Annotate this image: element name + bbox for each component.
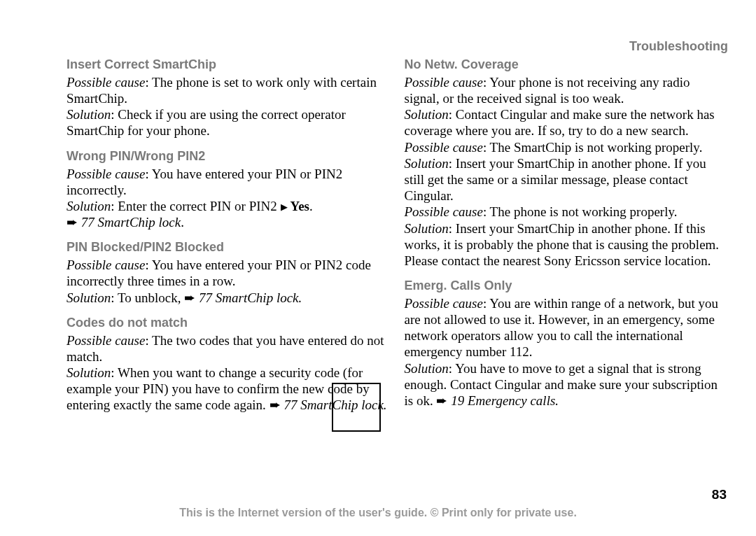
solution-text: : Enter the correct PIN or PIN2 [111,199,280,213]
arrow-icon: ➨ [270,398,281,411]
solution-label: Solution [66,199,111,213]
cause-label: Possible cause [405,204,483,219]
triangle-icon: ▶ [281,202,288,213]
paragraph: Possible cause: The SmartChip is not wor… [405,139,729,155]
solution-label: Solution [405,221,449,236]
solution-label: Solution [66,365,111,380]
paragraph: Possible cause: The phone is not working… [405,204,729,220]
section-title: Codes do not match [66,316,391,331]
section-title: PIN Blocked/PIN2 Blocked [66,240,391,255]
paragraph: Solution: Contact Cingular and make sure… [405,106,729,139]
paragraph: Possible cause: You have entered your PI… [66,166,391,198]
right-column: No Netw. Coverage Possible cause: Your p… [405,57,729,414]
section-title: Insert Correct SmartChip [66,57,391,73]
paragraph: Possible cause: The two codes that you h… [66,332,391,365]
cause-label: Possible cause [405,140,483,155]
section-title: No Netw. Coverage [405,57,729,73]
period: . [181,215,184,230]
cause-label: Possible cause [66,75,145,90]
solution-text: : Insert your SmartChip in another phone… [405,156,706,203]
solution-text: : Insert your SmartChip in another phone… [405,221,720,268]
page-header: Troubleshooting [629,39,728,54]
yes-text: Yes [288,199,310,213]
cause-label: Possible cause [66,167,145,181]
left-column: Insert Correct SmartChip Possible cause:… [66,57,391,414]
solution-label: Solution [405,156,449,171]
paragraph: Possible cause: The phone is set to work… [66,74,391,106]
solution-label: Solution [66,107,111,122]
cause-label: Possible cause [405,75,483,90]
section-title: Wrong PIN/Wrong PIN2 [66,149,391,164]
section-title: Emerg. Calls Only [405,278,729,294]
reference-text: 19 Emergency calls. [447,393,559,408]
solution-label: Solution [405,361,449,376]
paragraph: Possible cause: Your phone is not receiv… [405,74,729,106]
paragraph: Solution: You have to move to get a sign… [405,360,729,409]
paragraph: Possible cause: You are within range of … [405,295,729,360]
cause-text: : The phone is not working properly. [483,204,678,219]
paragraph: Solution: Check if you are using the cor… [66,106,391,139]
paragraph: Solution: To unblock, ➨ 77 SmartChip loc… [66,290,391,306]
period: . [309,199,313,213]
content-area: Insert Correct SmartChip Possible cause:… [66,57,728,414]
reference-text: 77 SmartChip lock [78,215,181,230]
arrow-icon: ➨ [66,216,78,229]
arrow-icon: ➨ [184,291,195,304]
arrow-icon: ➨ [436,394,447,407]
page-number: 83 [712,487,727,502]
annotation-box [332,383,381,432]
solution-text: : Contact Cingular and make sure the net… [405,107,715,138]
cause-label: Possible cause [405,296,483,311]
paragraph: Solution: Insert your SmartChip in anoth… [405,220,729,269]
paragraph: Solution: Insert your SmartChip in anoth… [405,155,729,204]
cause-label: Possible cause [66,258,145,272]
solution-text: : To unblock, [111,290,184,305]
cause-label: Possible cause [66,333,145,348]
solution-label: Solution [66,290,111,305]
cause-text: : The SmartChip is not working properly. [483,140,702,155]
solution-label: Solution [405,107,449,122]
reference-text: 77 SmartChip lock. [195,290,302,305]
paragraph: Possible cause: You have entered your PI… [66,257,391,289]
paragraph: Solution: Enter the correct PIN or PIN2 … [66,198,391,230]
page-footer: This is the Internet version of the user… [0,507,756,519]
